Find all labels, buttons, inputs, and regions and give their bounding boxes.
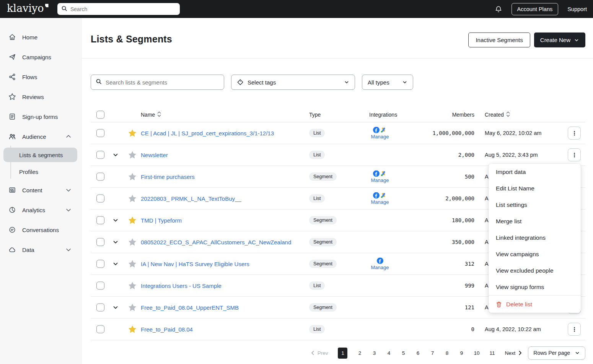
expand-row-chevron-icon[interactable] bbox=[112, 217, 119, 223]
rows-per-page-dropdown[interactable]: Rows Per page bbox=[528, 346, 585, 360]
menu-item-edit-list-name[interactable]: Edit List Name bbox=[489, 180, 581, 197]
favorite-star-icon[interactable] bbox=[128, 325, 137, 333]
row-checkbox[interactable] bbox=[96, 216, 104, 224]
list-search-input[interactable] bbox=[106, 79, 219, 86]
list-name-link[interactable]: Integrations Users - US Sample bbox=[141, 283, 222, 289]
row-actions-kebab-button[interactable] bbox=[568, 323, 581, 336]
page-3[interactable]: 3 bbox=[372, 350, 376, 356]
page-9[interactable]: 9 bbox=[459, 350, 464, 356]
page-5[interactable]: 5 bbox=[401, 350, 406, 356]
row-checkbox[interactable] bbox=[96, 238, 104, 246]
sidebar-item-home[interactable]: Home bbox=[0, 27, 81, 47]
row-checkbox[interactable] bbox=[96, 195, 104, 203]
klaviyo-logo[interactable]: klaviyo bbox=[7, 3, 49, 14]
row-actions-kebab-button[interactable] bbox=[568, 148, 581, 161]
page-8[interactable]: 8 bbox=[445, 350, 449, 356]
menu-item-view-excluded-people[interactable]: View excluded people bbox=[489, 262, 581, 279]
manage-integrations-link[interactable]: Manage bbox=[371, 199, 389, 205]
notifications-bell-icon[interactable] bbox=[495, 5, 502, 13]
row-checkbox[interactable] bbox=[96, 173, 104, 181]
list-name-link[interactable]: CE | Acad | JL | SJ_prod_cert_expiration… bbox=[141, 130, 274, 136]
row-actions-kebab-button[interactable] bbox=[568, 127, 581, 140]
favorite-star-icon[interactable] bbox=[128, 129, 137, 137]
row-checkbox[interactable] bbox=[96, 260, 104, 268]
sidebar-item-sign-up-forms[interactable]: Sign-up forms bbox=[0, 107, 81, 127]
global-search-input[interactable] bbox=[70, 6, 176, 12]
manage-integrations-link[interactable]: Manage bbox=[371, 134, 389, 140]
inactive-segments-button[interactable]: Inactive Segments bbox=[468, 32, 530, 47]
expand-row-chevron-icon[interactable] bbox=[112, 152, 119, 158]
members-count: 999 bbox=[416, 283, 474, 289]
list-name-link[interactable]: 20220803_ PRMK_L_NA_TextToBuy__ bbox=[141, 195, 241, 202]
star-icon[interactable] bbox=[128, 151, 137, 159]
sidebar-item-content[interactable]: Content bbox=[0, 180, 81, 200]
menu-item-view-signup-forms[interactable]: View signup forms bbox=[489, 279, 581, 295]
sidebar-item-flows[interactable]: Flows bbox=[0, 67, 81, 87]
sidebar-item-conversations[interactable]: Conversations bbox=[0, 220, 81, 240]
sidebar-item-audience[interactable]: Audience bbox=[0, 127, 81, 146]
star-icon[interactable] bbox=[128, 195, 137, 203]
sidebar-item-analytics[interactable]: Analytics bbox=[0, 200, 81, 220]
page-2[interactable]: 2 bbox=[357, 350, 362, 356]
star-icon[interactable] bbox=[128, 304, 137, 312]
menu-item-view-campaigns[interactable]: View campaigns bbox=[489, 246, 581, 262]
list-name-link[interactable]: Free_to_Paid_08.04 bbox=[141, 326, 193, 333]
support-link[interactable]: Support bbox=[567, 6, 587, 12]
menu-item-import-data[interactable]: Import data bbox=[489, 164, 581, 180]
create-new-label: Create New bbox=[540, 37, 570, 43]
page-4[interactable]: 4 bbox=[386, 350, 391, 356]
sort-icon[interactable] bbox=[157, 111, 161, 118]
row-checkbox[interactable] bbox=[96, 151, 104, 159]
expand-row-chevron-icon[interactable] bbox=[112, 261, 119, 267]
star-icon[interactable] bbox=[128, 173, 137, 181]
star-icon[interactable] bbox=[128, 282, 137, 290]
row-checkbox[interactable] bbox=[96, 129, 104, 137]
menu-item-delete-list[interactable]: Delete list bbox=[489, 295, 581, 313]
page-11[interactable]: 11 bbox=[490, 350, 495, 356]
menu-item-list-settings[interactable]: List settings bbox=[489, 197, 581, 213]
flows-icon bbox=[8, 73, 16, 81]
next-page-button[interactable]: Next bbox=[505, 350, 523, 356]
sidebar-item-reviews[interactable]: Reviews bbox=[0, 87, 81, 107]
sidebar-item-data[interactable]: Data bbox=[0, 240, 81, 260]
all-types-dropdown[interactable]: All types bbox=[362, 75, 413, 90]
column-header-created[interactable]: Created bbox=[485, 111, 510, 118]
expand-row-chevron-icon[interactable] bbox=[112, 239, 119, 245]
list-name-link[interactable]: First-time purchasers bbox=[141, 174, 195, 180]
create-new-button[interactable]: Create New bbox=[534, 32, 585, 47]
favorite-star-icon[interactable] bbox=[128, 216, 137, 224]
star-icon[interactable] bbox=[128, 238, 137, 246]
members-count: 350,000 bbox=[416, 239, 474, 245]
global-search[interactable] bbox=[57, 3, 180, 15]
row-checkbox[interactable] bbox=[96, 325, 104, 333]
star-icon[interactable] bbox=[128, 260, 137, 268]
manage-integrations-link[interactable]: Manage bbox=[371, 177, 389, 183]
sidebar-item-campaigns[interactable]: Campaigns bbox=[0, 47, 81, 67]
sort-icon[interactable] bbox=[506, 111, 510, 118]
expand-row-chevron-icon[interactable] bbox=[112, 304, 119, 310]
column-header-name[interactable]: Name bbox=[141, 111, 161, 118]
page-10[interactable]: 10 bbox=[474, 350, 479, 356]
page-6[interactable]: 6 bbox=[415, 350, 420, 356]
list-name-link[interactable]: Newsletter bbox=[141, 152, 168, 158]
list-name-link[interactable]: IA | New Nav | HaTS Survey Eligible User… bbox=[141, 261, 249, 267]
page-1-current[interactable]: 1 bbox=[338, 348, 347, 359]
sidebar-item-lists-segments[interactable]: Lists & segments bbox=[0, 146, 81, 163]
list-name-link[interactable]: TMD | Typeform bbox=[141, 217, 182, 224]
select-tags-dropdown[interactable]: Select tags bbox=[231, 75, 355, 90]
created-date: A bbox=[485, 174, 489, 180]
menu-item-linked-integrations[interactable]: Linked integrations bbox=[489, 229, 581, 246]
row-checkbox[interactable] bbox=[96, 282, 104, 290]
list-name-link[interactable]: Free_to_Paid_08.04_UpperENT_SMB bbox=[141, 304, 239, 311]
list-search-field[interactable] bbox=[91, 75, 224, 90]
page-7[interactable]: 7 bbox=[430, 350, 435, 356]
manage-integrations-link[interactable]: Manage bbox=[371, 265, 389, 270]
account-plans-button[interactable]: Account Plans bbox=[512, 3, 559, 15]
sidebar-item-profiles[interactable]: Profiles bbox=[0, 163, 81, 180]
select-all-checkbox[interactable] bbox=[96, 111, 104, 119]
menu-item-merge-list[interactable]: Merge list bbox=[489, 213, 581, 229]
all-types-label: All types bbox=[368, 79, 389, 86]
list-name-link[interactable]: 08052022_ECO_S_APAC_AllCustomers_AC_NewZ… bbox=[141, 239, 291, 245]
row-checkbox[interactable] bbox=[96, 304, 104, 312]
prev-page-button[interactable]: Prev bbox=[310, 350, 328, 356]
